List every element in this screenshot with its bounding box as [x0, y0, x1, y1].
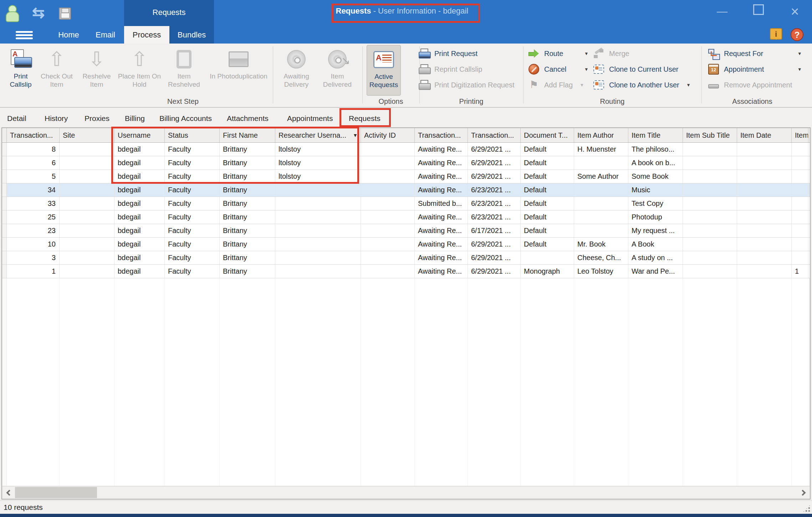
detail-tab-proxies[interactable]: Proxies — [85, 111, 109, 126]
dropdown-arrow-icon[interactable]: ▾ — [581, 50, 588, 57]
menu-icon[interactable] — [16, 30, 33, 40]
row-indicator-cell — [2, 251, 7, 264]
clone-card-icon — [593, 79, 605, 91]
table-cell — [737, 265, 792, 278]
table-cell: Leo Tolstoy — [574, 265, 628, 278]
table-cell — [60, 183, 114, 197]
detail-tab-requests[interactable]: Requests — [349, 111, 381, 126]
detail-tab-appointments[interactable]: Appointments — [287, 111, 333, 126]
ribbon-tab-process[interactable]: Process — [124, 26, 169, 44]
table-cell: Brittany — [220, 211, 275, 224]
clone-to-another-user-button[interactable]: Clone to Another User▾ — [593, 77, 696, 93]
table-cell — [683, 183, 737, 197]
row-indicator-cell — [2, 170, 7, 183]
horizontal-scrollbar[interactable] — [2, 486, 810, 499]
dropdown-arrow-icon[interactable]: ▾ — [795, 66, 801, 72]
table-cell: Faculty — [165, 251, 220, 264]
table-cell — [792, 224, 808, 237]
detail-tab-billing[interactable]: Billing — [125, 111, 145, 126]
grid-column-header-item[interactable]: Item — [792, 128, 808, 142]
dropdown-arrow-icon[interactable]: ▾ — [581, 66, 588, 72]
ribbon-small-column: Request For▾Appointment▾Remove Appointme… — [708, 46, 801, 93]
maximize-button[interactable] — [751, 4, 766, 19]
user-icon[interactable] — [6, 5, 18, 21]
scrollbar-thumb[interactable] — [15, 487, 97, 498]
detail-tab-attachments[interactable]: Attachments — [227, 111, 269, 126]
grid-column-header-activity-id[interactable]: Activity ID — [361, 128, 415, 142]
dropdown-arrow-icon[interactable]: ▾ — [795, 50, 801, 57]
close-button[interactable]: × — [788, 4, 802, 19]
detail-tab-detail[interactable]: Detail — [7, 111, 26, 126]
table-cell: Faculty — [165, 183, 220, 197]
grid-column-header-transaction[interactable]: Transaction... — [415, 128, 468, 142]
table-row[interactable]: 34bdegailFacultyBrittanyAwaiting Re...6/… — [2, 183, 810, 197]
grid-column-header-site[interactable]: Site — [60, 128, 114, 142]
table-cell: 3 — [7, 251, 60, 264]
grid-column-header-researcher-userna[interactable]: Researcher Userna...▼ — [275, 128, 361, 142]
window-title: Requests - User Information - bdegail — [336, 6, 468, 16]
detail-tab-billing-accounts[interactable]: Billing Accounts — [159, 111, 212, 126]
table-row[interactable]: 1bdegailFacultyBrittanyAwaiting Re...6/2… — [2, 265, 810, 278]
table-row[interactable]: 6bdegailFacultyBrittanyltolstoyAwaiting … — [2, 156, 810, 170]
minimize-button[interactable]: — — [715, 4, 729, 19]
grid-column-header-item-sub-title[interactable]: Item Sub Title — [683, 128, 737, 142]
dropdown-arrow-icon[interactable]: ▾ — [684, 82, 690, 88]
grid-column-header-first-name[interactable]: First Name — [220, 128, 275, 142]
save-icon[interactable] — [59, 7, 71, 20]
table-cell — [60, 197, 114, 210]
appointment-button[interactable]: Appointment▾ — [708, 61, 801, 77]
scroll-right-icon[interactable] — [798, 486, 810, 499]
table-cell: Faculty — [165, 143, 220, 156]
ribbon-tab-home[interactable]: Home — [52, 26, 86, 44]
resize-grip[interactable] — [803, 505, 811, 512]
table-row[interactable]: 23bdegailFacultyBrittanyAwaiting Re...6/… — [2, 224, 810, 238]
help-icon[interactable]: ? — [791, 28, 803, 41]
table-cell — [737, 224, 792, 237]
cancel-button[interactable]: Cancel▾ — [528, 61, 588, 77]
table-row[interactable]: 10bdegailFacultyBrittanyAwaiting Re...6/… — [2, 238, 810, 251]
print-callslip-button[interactable]: Print Callslip — [4, 45, 37, 96]
table-cell: Photodup — [628, 211, 683, 224]
table-cell: 34 — [7, 183, 60, 197]
table-row[interactable]: 8bdegailFacultyBrittanyltolstoyAwaiting … — [2, 143, 810, 156]
route-button[interactable]: Route▾ — [528, 46, 588, 61]
grid-empty-column — [792, 278, 808, 486]
status-bar: 10 requests — [0, 500, 812, 514]
print-request-button[interactable]: Print Request — [418, 46, 520, 61]
table-cell: bdegail — [114, 197, 165, 210]
grid-column-header-item-author[interactable]: Item Author — [574, 128, 628, 142]
grid-column-header-username[interactable]: Username — [114, 128, 165, 142]
table-cell: Awaiting Re... — [415, 238, 468, 251]
scroll-left-icon[interactable] — [2, 486, 14, 499]
table-cell: Brittany — [220, 183, 275, 197]
grid-column-header-transaction[interactable]: Transaction... — [7, 128, 60, 142]
table-cell — [574, 156, 628, 169]
detail-tab-history[interactable]: History — [45, 111, 68, 126]
grid-column-header-document-t[interactable]: Document T... — [521, 128, 574, 142]
table-row[interactable]: 5bdegailFacultyBrittanyltolstoyAwaiting … — [2, 170, 810, 183]
table-cell: Awaiting Re... — [415, 265, 468, 278]
grid-column-header-transaction[interactable]: Transaction... — [468, 128, 521, 142]
user-info-badge-icon[interactable]: i — [770, 28, 782, 40]
ribbon-tab-email[interactable]: Email — [88, 26, 122, 44]
active-requests-button[interactable]: Active Requests — [367, 45, 401, 96]
table-row[interactable]: 33bdegailFacultyBrittanySubmitted b...6/… — [2, 197, 810, 211]
table-cell: Some Author — [574, 170, 628, 183]
ribbon-tab-bundles[interactable]: Bundles — [169, 26, 214, 44]
request-for-button[interactable]: Request For▾ — [708, 46, 801, 61]
sort-desc-icon[interactable]: ▼ — [353, 128, 358, 142]
table-row[interactable]: 25bdegailFacultyBrittanyAwaiting Re...6/… — [2, 211, 810, 224]
table-row[interactable]: 3bdegailFacultyBrittanyAwaiting Re...6/2… — [2, 251, 810, 265]
clone-to-current-user-button[interactable]: Clone to Current User — [593, 61, 696, 77]
in-photoduplication-button: In Photoduplication — [207, 45, 270, 96]
grid-column-header-item-title[interactable]: Item Title — [628, 128, 683, 142]
print-digitization-request-button: Print Digitization Request — [418, 77, 520, 93]
table-cell: Default — [521, 211, 574, 224]
sync-icon[interactable]: ⇆ — [32, 5, 45, 21]
grid-empty-column — [7, 278, 60, 486]
grid-column-header-status[interactable]: Status — [165, 128, 220, 142]
table-cell: Faculty — [165, 224, 220, 237]
grid-column-header-item-date[interactable]: Item Date — [737, 128, 792, 142]
table-cell: 6/17/2021 ... — [468, 224, 521, 237]
table-cell: 6/29/2021 ... — [468, 170, 521, 183]
